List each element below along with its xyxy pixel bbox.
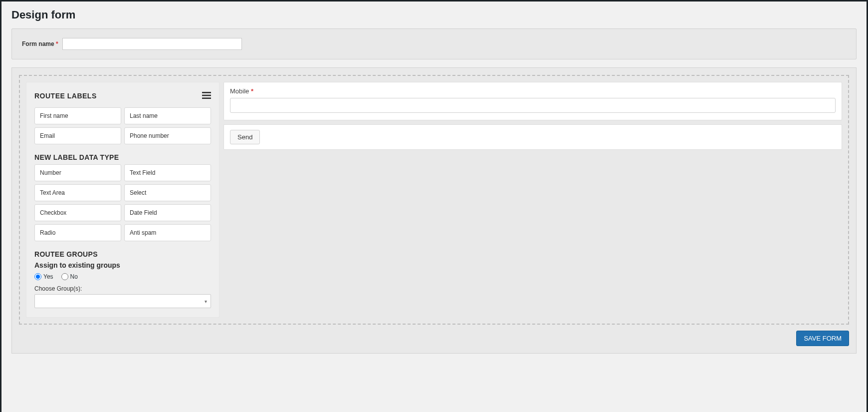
mobile-required-indicator: * xyxy=(251,87,253,95)
assign-no-text: No xyxy=(70,273,78,280)
mobile-input[interactable] xyxy=(230,98,836,113)
save-form-button[interactable]: SAVE FORM xyxy=(796,331,849,346)
send-button[interactable]: Send xyxy=(230,130,260,144)
preview-send-box: Send xyxy=(223,124,842,150)
chip-checkbox[interactable]: Checkbox xyxy=(34,204,121,221)
chip-last-name[interactable]: Last name xyxy=(124,107,211,124)
chip-number[interactable]: Number xyxy=(34,164,121,181)
chip-text-field[interactable]: Text Field xyxy=(124,164,211,181)
choose-groups-select[interactable] xyxy=(34,294,211,308)
assign-yes-text: Yes xyxy=(43,273,53,280)
assign-no-radio[interactable] xyxy=(61,273,68,280)
chip-radio[interactable]: Radio xyxy=(34,224,121,241)
required-indicator: * xyxy=(56,40,58,47)
page-title: Design form xyxy=(11,8,857,21)
svg-rect-1 xyxy=(202,95,211,96)
mobile-field-label: Mobile * xyxy=(230,87,836,95)
assign-subtitle: Assign to existing groups xyxy=(34,261,211,269)
form-name-label: Form name * xyxy=(22,40,58,47)
svg-rect-0 xyxy=(202,92,211,93)
left-panel: ROUTEE LABELS First name Last name Email… xyxy=(26,82,219,318)
chip-anti-spam[interactable]: Anti spam xyxy=(124,224,211,241)
routee-labels-grid: First name Last name Email Phone number xyxy=(34,107,211,144)
chip-phone[interactable]: Phone number xyxy=(124,127,211,144)
form-name-input[interactable] xyxy=(62,38,242,50)
chip-email[interactable]: Email xyxy=(34,127,121,144)
assign-radio-group: Yes No xyxy=(34,273,211,280)
form-name-card: Form name * xyxy=(11,28,857,59)
assign-yes-label[interactable]: Yes xyxy=(34,273,53,280)
chip-text-area[interactable]: Text Area xyxy=(34,184,121,201)
chip-date-field[interactable]: Date Field xyxy=(124,204,211,221)
choose-groups-label: Choose Group(s): xyxy=(34,285,211,292)
svg-rect-2 xyxy=(202,97,211,99)
chip-first-name[interactable]: First name xyxy=(34,107,121,124)
new-label-title: NEW LABEL DATA TYPE xyxy=(34,153,211,161)
assign-no-label[interactable]: No xyxy=(61,273,78,280)
routee-labels-title: ROUTEE LABELS xyxy=(34,92,97,100)
design-canvas: ROUTEE LABELS First name Last name Email… xyxy=(19,75,849,325)
new-label-grid: Number Text Field Text Area Select Check… xyxy=(34,164,211,241)
routee-groups-title: ROUTEE GROUPS xyxy=(34,250,211,258)
chip-select[interactable]: Select xyxy=(124,184,211,201)
assign-yes-radio[interactable] xyxy=(34,273,41,280)
design-area: ROUTEE LABELS First name Last name Email… xyxy=(11,67,857,354)
hamburger-icon[interactable] xyxy=(202,91,211,100)
preview-column: Mobile * Send xyxy=(223,82,842,150)
preview-mobile-box: Mobile * xyxy=(223,82,842,120)
